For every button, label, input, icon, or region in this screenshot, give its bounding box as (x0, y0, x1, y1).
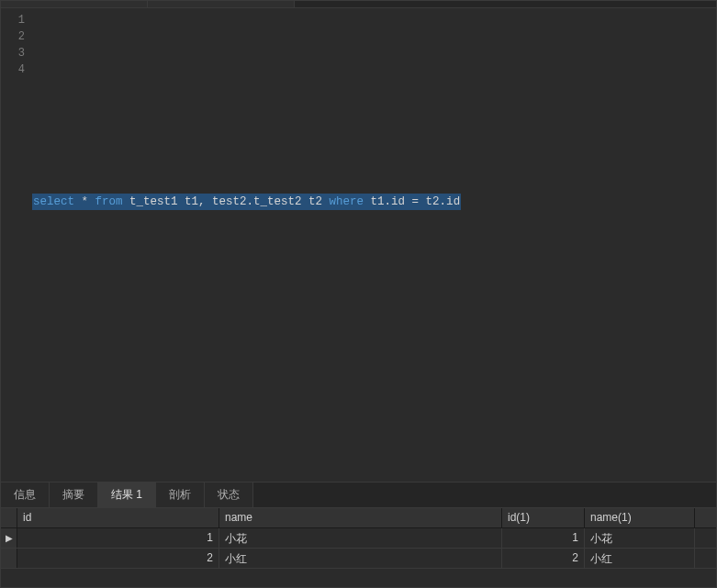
sql-keyword-select: select (33, 195, 74, 208)
tab-profile[interactable]: 剖析 (156, 483, 205, 507)
code-line (32, 94, 716, 111)
sql-token: t_test1 t1, test2.t_test2 t2 (123, 195, 330, 208)
results-panel: 信息 摘要 结果 1 剖析 状态 id name id(1) name(1) ▶… (1, 482, 716, 587)
table-row[interactable]: ▶ 1 小花 1 小花 (1, 528, 716, 549)
grid-header-row: id name id(1) name(1) (1, 508, 716, 528)
code-area[interactable]: select * from t_test1 t1, test2.t_test2 … (32, 8, 716, 482)
column-header-id1[interactable]: id(1) (502, 508, 585, 527)
column-header-name1[interactable]: name(1) (585, 508, 695, 527)
cell-id[interactable]: 1 (17, 528, 219, 548)
grid-body: ▶ 1 小花 1 小花 2 小红 2 小红 (1, 528, 716, 587)
sql-token: t1.id = t2.id (364, 195, 460, 208)
line-number-gutter: 1 2 3 4 (1, 8, 32, 482)
tab-summary[interactable]: 摘要 (50, 483, 98, 507)
results-grid: id name id(1) name(1) ▶ 1 小花 1 小花 2 小红 2 (1, 508, 716, 587)
line-number: 3 (1, 45, 25, 61)
sql-keyword-from: from (95, 195, 123, 208)
tab-status[interactable]: 状态 (205, 483, 253, 507)
cell-name[interactable]: 小红 (219, 549, 502, 568)
cell-name1[interactable]: 小红 (585, 549, 695, 568)
editor-tab-strip (1, 1, 716, 8)
column-header-id[interactable]: id (17, 508, 219, 527)
tab-result-1[interactable]: 结果 1 (98, 483, 156, 507)
line-number: 2 (1, 28, 25, 45)
tab-info[interactable]: 信息 (1, 483, 50, 507)
column-header-name[interactable]: name (219, 508, 502, 527)
editor-tab-stub[interactable] (1, 1, 148, 7)
row-marker-icon: ▶ (1, 528, 17, 548)
sql-token: * (74, 195, 95, 208)
editor-tab-stub[interactable] (148, 1, 295, 7)
results-tab-row: 信息 摘要 结果 1 剖析 状态 (1, 483, 716, 508)
line-number: 1 (1, 12, 25, 28)
sql-keyword-where: where (330, 195, 364, 208)
line-number: 4 (1, 61, 25, 78)
sql-editor-app: 1 2 3 4 select * from t_test1 t1, test2.… (0, 0, 717, 588)
code-line (32, 144, 716, 161)
cell-id1[interactable]: 1 (502, 528, 585, 548)
code-line: select * from t_test1 t1, test2.t_test2 … (32, 194, 716, 210)
code-editor[interactable]: 1 2 3 4 select * from t_test1 t1, test2.… (1, 8, 716, 482)
row-marker-icon (1, 549, 17, 568)
cell-name1[interactable]: 小花 (585, 528, 695, 548)
cell-id[interactable]: 2 (17, 549, 219, 568)
selection: select * from t_test1 t1, test2.t_test2 … (32, 194, 461, 210)
grid-row-marker-header (1, 508, 17, 527)
cell-id1[interactable]: 2 (502, 549, 585, 568)
code-line (32, 45, 716, 61)
cell-name[interactable]: 小花 (219, 528, 502, 548)
table-row[interactable]: 2 小红 2 小红 (1, 549, 716, 569)
